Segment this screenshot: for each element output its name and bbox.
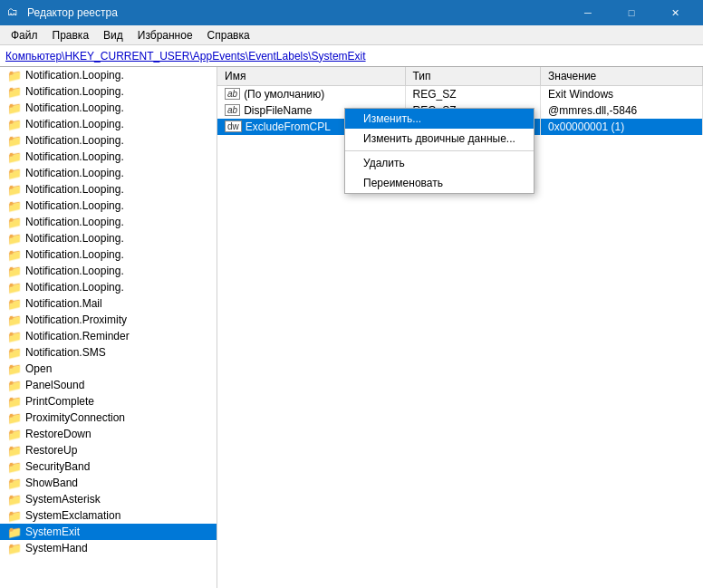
- context-menu-item[interactable]: Изменить двоичные данные...: [345, 129, 534, 149]
- folder-icon: 📁: [7, 297, 22, 311]
- tree-label: Notification.Looping.: [25, 199, 124, 212]
- tree-item[interactable]: 📁PanelSound: [0, 377, 217, 393]
- tree-item[interactable]: 📁Notification.Looping.: [0, 230, 217, 246]
- folder-icon: 📁: [7, 150, 22, 164]
- folder-icon: 📁: [7, 444, 22, 458]
- tree-item[interactable]: 📁Notification.SMS: [0, 344, 217, 361]
- tree-label: SystemExit: [25, 525, 80, 538]
- folder-icon: 📁: [7, 216, 22, 229]
- tree-item[interactable]: 📁Notification.Mail: [0, 295, 217, 312]
- tree-label: Notification.Looping.: [25, 150, 124, 163]
- menu-edit[interactable]: Правка: [45, 27, 97, 43]
- tree-item[interactable]: 📁Notification.Reminder: [0, 328, 217, 344]
- folder-icon: 📁: [7, 542, 22, 555]
- context-menu: Изменить...Изменить двоичные данные...Уд…: [344, 108, 534, 194]
- tree-label: RestoreUp: [25, 444, 77, 457]
- folder-icon: 📁: [7, 525, 22, 539]
- col-name: Имя: [217, 67, 405, 85]
- tree-label: RestoreDown: [25, 428, 91, 440]
- tree-label: Notification.Looping.: [25, 183, 124, 196]
- col-value: Значение: [541, 67, 703, 85]
- folder-icon: 📁: [7, 477, 22, 490]
- folder-icon: 📁: [7, 232, 22, 246]
- folder-icon: 📁: [7, 281, 22, 294]
- tree-item[interactable]: 📁SystemExit: [0, 524, 217, 540]
- tree-label: Notification.Looping.: [25, 216, 124, 228]
- table-row[interactable]: ab(По умолчанию) REG_SZ Exit Windows: [217, 85, 703, 102]
- values-panel: Имя Тип Значение ab(По умолчанию) REG_SZ…: [217, 67, 703, 588]
- folder-icon: 📁: [7, 395, 22, 409]
- tree-item[interactable]: 📁Notification.Looping.: [0, 214, 217, 230]
- menu-view[interactable]: Вид: [96, 27, 130, 43]
- tree-label: Notification.Reminder: [25, 330, 130, 342]
- menu-help[interactable]: Справка: [200, 27, 257, 43]
- tree-item[interactable]: 📁RestoreDown: [0, 426, 217, 442]
- tree-panel: 📁Notification.Looping.📁Notification.Loop…: [0, 67, 217, 588]
- tree-item[interactable]: 📁Notification.Looping.: [0, 83, 217, 100]
- context-menu-item[interactable]: Изменить...: [345, 109, 534, 129]
- tree-label: ProximityConnection: [25, 411, 125, 424]
- main-content: 📁Notification.Looping.📁Notification.Loop…: [0, 67, 703, 588]
- folder-icon: 📁: [7, 460, 22, 474]
- tree-item[interactable]: 📁Notification.Looping.: [0, 181, 217, 198]
- folder-icon: 📁: [7, 265, 22, 278]
- title-bar: 🗂 Редактор реестра ─ □ ✕: [0, 0, 703, 25]
- menu-bar: Файл Правка Вид Избранное Справка: [0, 25, 703, 45]
- tree-label: SystemHand: [25, 542, 88, 554]
- menu-favorites[interactable]: Избранное: [130, 27, 200, 43]
- tree-label: Notification.Looping.: [25, 281, 124, 294]
- tree-item[interactable]: 📁Notification.Looping.: [0, 198, 217, 214]
- folder-icon: 📁: [7, 428, 22, 441]
- tree-label: Notification.Looping.: [25, 232, 124, 245]
- tree-item[interactable]: 📁Open: [0, 361, 217, 377]
- tree-item[interactable]: 📁Notification.Looping.: [0, 165, 217, 181]
- tree-label: PanelSound: [25, 379, 84, 391]
- tree-item[interactable]: 📁ShowBand: [0, 475, 217, 491]
- folder-icon: 📁: [7, 167, 22, 180]
- folder-icon: 📁: [7, 183, 22, 197]
- tree-label: Notification.Looping.: [25, 101, 124, 114]
- tree-label: Notification.Looping.: [25, 134, 124, 147]
- tree-label: SystemExclamation: [25, 509, 120, 522]
- tree-item[interactable]: 📁SystemExclamation: [0, 507, 217, 524]
- tree-item[interactable]: 📁Notification.Proximity: [0, 312, 217, 328]
- context-menu-item[interactable]: Переименовать: [345, 173, 534, 193]
- type-icon-dw: dw: [225, 120, 242, 132]
- context-menu-item[interactable]: Удалить: [345, 153, 534, 173]
- tree-item[interactable]: 📁Notification.Looping.: [0, 132, 217, 149]
- folder-icon: 📁: [7, 134, 22, 148]
- tree-label: Notification.Looping.: [25, 69, 124, 82]
- close-button[interactable]: ✕: [654, 0, 696, 25]
- maximize-button[interactable]: □: [611, 0, 652, 25]
- tree-item[interactable]: 📁SystemAsterisk: [0, 491, 217, 507]
- folder-icon: 📁: [7, 346, 22, 360]
- tree-item[interactable]: 📁Notification.Looping.: [0, 263, 217, 279]
- tree-item[interactable]: 📁Notification.Looping.: [0, 246, 217, 263]
- tree-item[interactable]: 📁Notification.Looping.: [0, 116, 217, 132]
- menu-file[interactable]: Файл: [4, 27, 45, 43]
- folder-icon: 📁: [7, 85, 22, 99]
- value-data: Exit Windows: [541, 85, 703, 102]
- tree-item[interactable]: 📁Notification.Looping.: [0, 149, 217, 165]
- tree-item[interactable]: 📁PrintComplete: [0, 393, 217, 410]
- tree-item[interactable]: 📁RestoreUp: [0, 442, 217, 458]
- folder-icon: 📁: [7, 330, 22, 343]
- tree-item[interactable]: 📁SystemHand: [0, 540, 217, 556]
- folder-icon: 📁: [7, 199, 22, 213]
- folder-icon: 📁: [7, 509, 22, 523]
- value-type: REG_SZ: [405, 85, 541, 102]
- folder-icon: 📁: [7, 362, 22, 376]
- tree-label: SystemAsterisk: [25, 493, 101, 506]
- tree-label: Notification.Looping.: [25, 85, 124, 98]
- folder-icon: 📁: [7, 69, 22, 82]
- tree-item[interactable]: 📁Notification.Looping.: [0, 279, 217, 295]
- tree-item[interactable]: 📁Notification.Looping.: [0, 67, 217, 83]
- minimize-button[interactable]: ─: [567, 0, 609, 25]
- folder-icon: 📁: [7, 101, 22, 115]
- tree-label: Notification.Looping.: [25, 167, 124, 179]
- address-bar: Компьютер\HKEY_CURRENT_USER\AppEvents\Ev…: [0, 45, 703, 67]
- tree-item[interactable]: 📁Notification.Looping.: [0, 100, 217, 116]
- tree-item[interactable]: 📁SecurityBand: [0, 458, 217, 475]
- value-name: ab(По умолчанию): [217, 85, 405, 102]
- tree-item[interactable]: 📁ProximityConnection: [0, 410, 217, 426]
